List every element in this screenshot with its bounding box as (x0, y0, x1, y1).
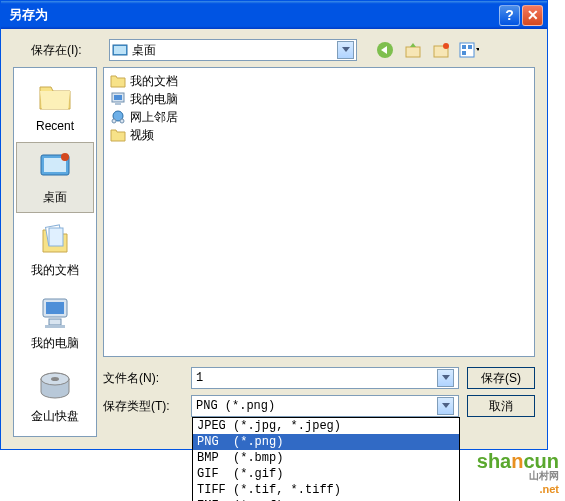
places-netdisk[interactable]: 金山快盘 (16, 361, 94, 432)
svg-point-16 (61, 153, 69, 161)
titlebar-buttons: ? ✕ (499, 5, 543, 26)
location-dropdown-arrow[interactable] (337, 41, 354, 59)
location-combo[interactable]: 桌面 (109, 39, 357, 61)
save-as-dialog: 另存为 ? ✕ 保存在(I): 桌面 (0, 0, 548, 450)
right-panel: 我的文档 我的电脑 网上邻居 视频 (103, 67, 535, 437)
filename-input[interactable]: 1 (191, 367, 459, 389)
location-text: 桌面 (132, 42, 337, 59)
svg-marker-13 (476, 48, 479, 51)
back-arrow-icon (376, 41, 394, 59)
svg-rect-27 (114, 95, 122, 100)
file-label: 我的文档 (130, 73, 178, 90)
svg-rect-21 (49, 319, 61, 325)
chevron-down-icon (442, 403, 450, 409)
list-item[interactable]: 网上邻居 (108, 108, 530, 126)
svg-rect-12 (462, 51, 466, 55)
chevron-down-icon (342, 47, 350, 53)
filename-row: 文件名(N): 1 保存(S) (103, 367, 535, 389)
save-in-label: 保存在(I): (31, 42, 101, 59)
filetype-label: 保存类型(T): (103, 398, 183, 415)
list-item[interactable]: 我的文档 (108, 72, 530, 90)
folder-icon (110, 74, 126, 88)
folder-icon (110, 128, 126, 142)
svg-point-31 (120, 119, 124, 123)
filetype-dropdown-arrow[interactable] (437, 397, 454, 415)
svg-rect-22 (45, 325, 65, 328)
filetype-dropdown-list: JPEG (*.jpg, *.jpeg) PNG (*.png) BMP (*.… (192, 417, 460, 501)
dropdown-option[interactable]: JPEG (*.jpg, *.jpeg) (193, 418, 459, 434)
help-button[interactable]: ? (499, 5, 520, 26)
file-label: 网上邻居 (130, 109, 178, 126)
filename-label: 文件名(N): (103, 370, 183, 387)
filename-dropdown-arrow[interactable] (437, 369, 454, 387)
location-row: 保存在(I): 桌面 (13, 39, 535, 61)
places-mycomputer[interactable]: 我的电脑 (16, 288, 94, 359)
dropdown-option[interactable]: TIFF (*.tif, *.tiff) (193, 482, 459, 498)
file-list[interactable]: 我的文档 我的电脑 网上邻居 视频 (103, 67, 535, 357)
places-mydocs[interactable]: 我的文档 (16, 215, 94, 286)
filetype-combo[interactable]: PNG (*.png) JPEG (*.jpg, *.jpeg) PNG (*.… (191, 395, 459, 417)
svg-rect-18 (49, 228, 63, 246)
svg-rect-11 (468, 45, 472, 49)
place-label: 桌面 (43, 189, 67, 206)
svg-marker-32 (442, 375, 450, 380)
cancel-button[interactable]: 取消 (467, 395, 535, 417)
bottom-fields: 文件名(N): 1 保存(S) 保存类型(T): PNG (*.png) (103, 367, 535, 423)
up-button[interactable] (403, 40, 423, 60)
computer-icon (110, 92, 126, 106)
view-menu-button[interactable] (459, 40, 479, 60)
file-label: 视频 (130, 127, 154, 144)
folder-icon (37, 79, 73, 115)
dropdown-option[interactable]: BMP (*.bmp) (193, 450, 459, 466)
save-button[interactable]: 保存(S) (467, 367, 535, 389)
places-bar: Recent 桌面 我的文档 我的电脑 金山快盘 (13, 67, 97, 437)
list-item[interactable]: 视频 (108, 126, 530, 144)
back-button[interactable] (375, 40, 395, 60)
list-item[interactable]: 我的电脑 (108, 90, 530, 108)
filetype-row: 保存类型(T): PNG (*.png) JPEG (*.jpg, *.jpeg… (103, 395, 535, 417)
svg-rect-10 (462, 45, 466, 49)
network-icon (110, 110, 126, 124)
place-label: Recent (36, 119, 74, 133)
dropdown-option[interactable]: PNG (*.png) (193, 434, 459, 450)
documents-icon (37, 222, 73, 258)
file-label: 我的电脑 (130, 91, 178, 108)
close-button[interactable]: ✕ (522, 5, 543, 26)
place-label: 金山快盘 (31, 408, 79, 425)
nav-toolbar (375, 40, 479, 60)
svg-rect-1 (114, 46, 126, 54)
svg-point-30 (112, 119, 116, 123)
desktop-icon (37, 149, 73, 185)
svg-marker-33 (442, 403, 450, 408)
dropdown-option[interactable]: GIF (*.gif) (193, 466, 459, 482)
svg-marker-6 (410, 43, 416, 47)
chevron-down-icon (442, 375, 450, 381)
filetype-value: PNG (*.png) (196, 399, 437, 413)
svg-point-8 (443, 43, 449, 49)
svg-rect-20 (46, 302, 64, 314)
watermark: shancun 山村网 .net (477, 450, 559, 495)
disk-icon (37, 368, 73, 404)
main-area: Recent 桌面 我的文档 我的电脑 金山快盘 (13, 67, 535, 437)
view-icon (459, 41, 479, 59)
watermark-net: .net (477, 483, 559, 495)
new-folder-icon (432, 41, 450, 59)
desktop-icon (112, 42, 128, 58)
svg-marker-2 (342, 47, 350, 52)
places-recent[interactable]: Recent (16, 72, 94, 140)
svg-point-25 (51, 377, 59, 381)
up-folder-icon (404, 41, 422, 59)
filename-value: 1 (196, 371, 437, 385)
close-icon: ✕ (527, 7, 539, 23)
new-folder-button[interactable] (431, 40, 451, 60)
places-desktop[interactable]: 桌面 (16, 142, 94, 213)
place-label: 我的电脑 (31, 335, 79, 352)
computer-icon (37, 295, 73, 331)
place-label: 我的文档 (31, 262, 79, 279)
svg-rect-28 (115, 103, 121, 105)
svg-rect-5 (406, 47, 420, 57)
dialog-body: 保存在(I): 桌面 (1, 29, 547, 449)
help-icon: ? (505, 7, 514, 23)
window-title: 另存为 (5, 6, 499, 24)
titlebar[interactable]: 另存为 ? ✕ (1, 1, 547, 29)
